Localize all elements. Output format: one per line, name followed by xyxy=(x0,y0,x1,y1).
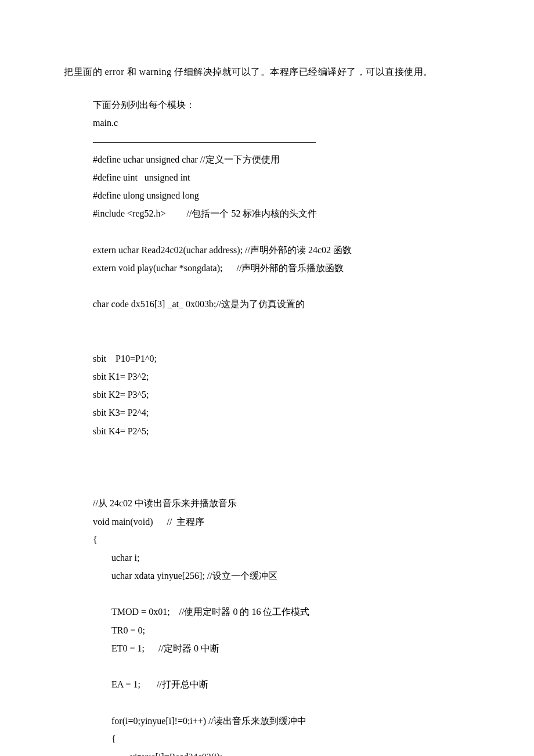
code-block: 下面分别列出每个模块： main.c —————————————————————… xyxy=(64,96,470,756)
intro-paragraph: 把里面的 error 和 warning 仔细解决掉就可以了。本程序已经编译好了… xyxy=(64,63,470,81)
document-page: 把里面的 error 和 warning 仔细解决掉就可以了。本程序已经编译好了… xyxy=(0,0,534,756)
